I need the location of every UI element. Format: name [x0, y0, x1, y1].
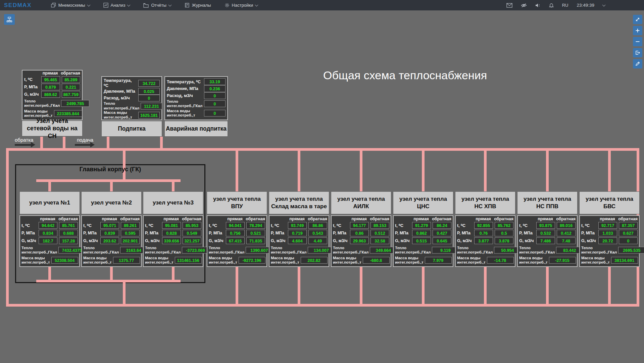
value-t-forward: 93.875	[536, 222, 555, 229]
pipe-gk-drain	[123, 282, 126, 304]
row-label-temperature: t, ⁰C	[24, 77, 40, 82]
menu-item-analysis[interactable]: Анализ	[103, 3, 130, 8]
row-label-heat-integrated: Теплоинтег.потреб.,ГКал	[83, 246, 119, 255]
col-reverse-label: обратная	[556, 217, 576, 221]
unit-title-line1: узел учета тепла	[337, 195, 385, 203]
unit-title-line2: НС ХПВ	[474, 203, 496, 210]
unit-title-line2: АИЛК	[353, 203, 369, 210]
unit-title-button[interactable]: узел учета тепла НС ХПВ	[455, 191, 515, 214]
pipe-gk-stub	[172, 267, 175, 280]
emergency-podpitka-title[interactable]: Аварийная подпитка	[164, 121, 228, 137]
zoom-out-button[interactable]	[633, 37, 642, 46]
unit-title-button[interactable]: узел учета тепла НС ППВ	[517, 191, 578, 214]
analysis-icon	[103, 3, 108, 8]
unit-title-line1: узел учета тепла	[524, 195, 571, 203]
row-label-temperature: t, ⁰C	[209, 223, 224, 228]
unit-data-table: прямая обратная t, ⁰C 94.177 89.153 P, М…	[331, 215, 391, 267]
user-chevron-down-icon[interactable]	[602, 3, 606, 6]
value-p-forward: 0.834	[39, 230, 57, 236]
unit-title-button[interactable]: узел учета тепла АИЛК	[331, 191, 391, 214]
col-forward-label: прямая	[100, 217, 118, 221]
expand-button[interactable]	[633, 15, 642, 24]
chevron-down-icon	[87, 3, 90, 6]
value-mass-integrated: 1625.181	[138, 112, 160, 119]
chevron-down-icon	[168, 3, 171, 6]
pipe-gk-stub	[48, 182, 51, 191]
col-reverse-label: обратная	[370, 217, 389, 221]
row-label-mass-integrated: Масса водыинтег.потреб.,т	[395, 256, 424, 265]
row-label-temperature: Температура, ⁰C	[104, 78, 137, 88]
row-label-mass-integrated: Масса водыинтег.потреб.,т	[581, 256, 610, 265]
value-t-forward: 94.642	[39, 222, 57, 229]
row-label-pressure: P, МПа	[333, 231, 348, 235]
journals-icon	[185, 3, 190, 8]
edit-button[interactable]	[633, 59, 642, 69]
menu-item-reports[interactable]: Отчёты	[143, 3, 171, 8]
unit-title-button[interactable]: узел учета тепла ЦНС	[393, 191, 453, 214]
unit-title-button[interactable]: узел учета тепла Склад масла в таре	[269, 191, 329, 214]
pipe-gk-header-bottom	[36, 280, 181, 282]
value-t-reverse: 89.153	[370, 222, 389, 229]
sedmax-logo[interactable]: SEDMAX	[4, 2, 32, 9]
mail-icon[interactable]	[506, 3, 512, 8]
unit-title-button[interactable]: узел учета №1	[19, 191, 80, 214]
zoom-in-button[interactable]	[633, 26, 642, 35]
clock: 23:49:39	[577, 3, 594, 8]
pipe-avaria	[160, 137, 163, 150]
edit-pencil-icon	[635, 61, 640, 66]
value-p-forward: 0.532	[536, 230, 555, 236]
menu-label: Настройки	[232, 3, 253, 8]
pipe-unit-feed	[484, 151, 487, 191]
row-label-pressure: P, МПа	[395, 231, 410, 235]
sn-unit-title[interactable]: Узел учета сетевой воды на СН	[22, 121, 83, 136]
value-g-reverse: 7.48	[557, 237, 576, 244]
main-building-title: Главный корпус (ГК)	[15, 166, 205, 173]
row-label-heat-integrated: Теплоинтег.потреб.,ГКал	[519, 246, 555, 255]
row-label-heat-integrated: Теплоинтег.потреб.,ГКал	[457, 246, 493, 255]
scheme-tree-button[interactable]	[4, 14, 15, 25]
pipe-podpitka	[107, 137, 109, 150]
bell-icon[interactable]	[549, 3, 554, 8]
menu-item-settings[interactable]: Настройки	[225, 3, 258, 8]
value-heat-integrated: -3723.069	[182, 247, 209, 254]
unit-title-button[interactable]: узел учета тепла БВС	[579, 191, 640, 214]
value-p-reverse: 0.221	[62, 84, 81, 90]
eye-off-icon[interactable]	[521, 3, 527, 8]
col-reverse-label: обратная	[618, 217, 638, 221]
unit-title-button[interactable]: узел учета №2	[81, 191, 142, 214]
export-button[interactable]	[633, 48, 642, 57]
menu-item-mnemoschemes[interactable]: Мнемосхемы	[51, 3, 90, 8]
unit-data-table: прямая обратная t, ⁰C 94.041 78.294 P, М…	[207, 215, 267, 267]
value-g-forward: 4.604	[288, 237, 307, 244]
value-mass-integrated: -9272.196	[239, 257, 265, 264]
row-label-mass-integrated: Масса водыинтег.потреб.,т	[333, 256, 361, 265]
podpitka-title[interactable]: Подпитка	[101, 121, 162, 137]
row-label-flow: Расход, м3/ч	[167, 93, 193, 98]
row-label-mass-integrated: Масса водыинтег.потреб.,т	[83, 256, 112, 265]
value-p-reverse: 0.412	[557, 230, 576, 236]
col-forward-label: прямая	[226, 217, 244, 221]
value-t-reverse: 85.953	[183, 222, 201, 229]
sound-icon[interactable]	[535, 3, 541, 8]
sn-network-water-unit-panel: прямая обратная t, ⁰C 95.465 85.289 P, М…	[22, 70, 83, 136]
row-label-pressure: P, МПа	[145, 231, 160, 235]
value-temperature: 34.722	[138, 80, 160, 87]
language-selector[interactable]: RU	[562, 3, 568, 8]
value-mass-integrated: 202.82	[301, 257, 328, 264]
metering-unit-panel: узел учета тепла НС ХПВ прямая обратная …	[455, 191, 515, 267]
pipe-unit-drain	[422, 266, 425, 304]
value-g-forward: 203.62	[100, 237, 119, 244]
value-t-forward: 94.041	[226, 222, 245, 229]
unit-data-table: прямая обратная t, ⁰C 93.875 89.016 P, М…	[517, 215, 578, 267]
unit-data-table: прямая обратная t, ⁰C 92.717 87.357 P, М…	[579, 215, 640, 267]
row-label-heat-integrated: Теплоинтег.потреб.,ГКал	[271, 246, 306, 255]
value-p-forward: 0.719	[288, 230, 307, 236]
row-label-pressure: P, МПа	[24, 85, 40, 89]
unit-title-button[interactable]: узел учета тепла ВПУ	[207, 191, 267, 214]
unit-title-button[interactable]: узел учета №3	[143, 191, 203, 214]
unit-data-table: прямая обратная t, ⁰C 91.279 86.24 P, МП…	[393, 215, 453, 267]
minus-icon	[635, 39, 640, 44]
row-label-pressure: P, МПа	[209, 231, 224, 235]
menu-item-journals[interactable]: Журналы	[185, 3, 211, 8]
metering-unit-panel: узел учета тепла АИЛК прямая обратная t,…	[331, 191, 391, 267]
